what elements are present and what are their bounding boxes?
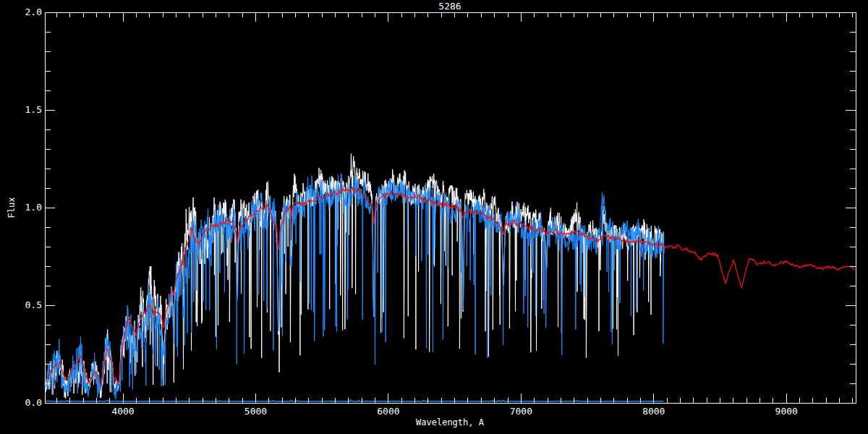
- x-tick-label: 7000: [510, 407, 532, 417]
- y-tick-label: 0.5: [17, 300, 42, 310]
- observed-spectrum-blue: [45, 173, 664, 399]
- spectrum-plot-window: 5286 Wavelength, A Flux 4000500060007000…: [0, 0, 868, 434]
- x-tick-label: 8000: [642, 407, 665, 417]
- plot-canvas: [0, 0, 868, 434]
- error-spectrum-blue: [45, 400, 664, 401]
- y-axis-label: Flux: [7, 197, 17, 218]
- y-tick-label: 0.0: [17, 398, 42, 408]
- plot-title: 5286: [438, 1, 461, 12]
- x-tick-label: 6000: [377, 407, 399, 417]
- x-tick-label: 4000: [111, 407, 134, 417]
- x-tick-label: 5000: [244, 407, 267, 417]
- y-tick-label: 1.5: [17, 105, 42, 115]
- y-tick-label: 2.0: [17, 7, 42, 17]
- y-tick-label: 1.0: [17, 203, 42, 213]
- template-spectrum-red: [45, 187, 854, 386]
- x-tick-label: 9000: [775, 407, 798, 417]
- x-axis-label: Wavelength, A: [416, 417, 484, 427]
